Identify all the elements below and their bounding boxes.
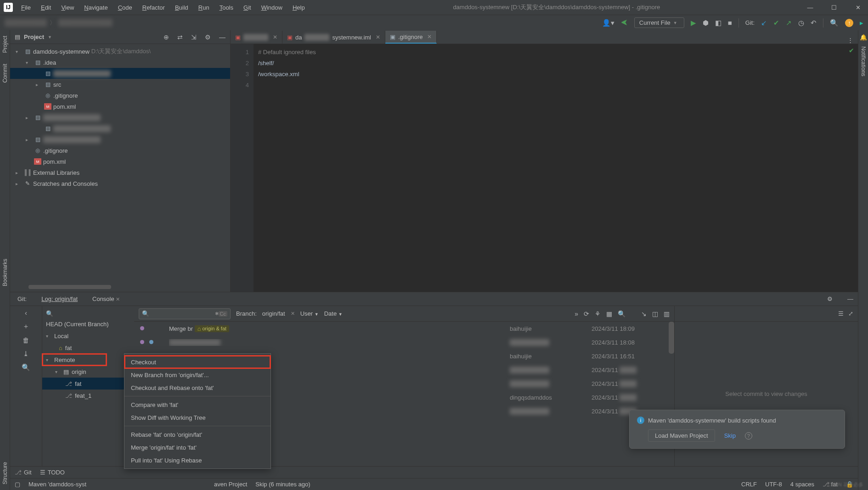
editor-tab[interactable]: ▣.gitignore✕ (385, 31, 437, 44)
expand-icon[interactable]: ◫ (652, 310, 658, 317)
debug-icon[interactable]: ⬢ (703, 19, 709, 27)
remote-branch-fat[interactable]: fat (75, 380, 81, 387)
notifications-toolwindow[interactable]: Notifications (859, 41, 868, 82)
group-icon[interactable]: ☰ (838, 310, 844, 317)
git-history-icon[interactable]: ◷ (798, 19, 804, 27)
more-icon[interactable]: » (575, 310, 578, 317)
menu-edit[interactable]: Edit (36, 2, 56, 13)
menu-help[interactable]: Help (288, 2, 310, 13)
ctx-rebase-fat-onto-origin-fat-[interactable]: Rebase 'fat' onto 'origin/fat' (124, 428, 271, 441)
tree-row[interactable]: ◎.gitignore (10, 90, 230, 101)
remote-branches[interactable]: Remote (54, 356, 75, 363)
project-pane-title[interactable]: Project (24, 33, 44, 40)
breadcrumb-item[interactable]: xxxxxxxxxxxx (58, 19, 113, 27)
fetch-icon[interactable]: ⤓ (23, 350, 29, 358)
line-ending[interactable]: CRLF (741, 481, 757, 488)
hide-icon[interactable]: — (219, 33, 225, 41)
menu-tools[interactable]: Tools (215, 2, 238, 13)
log-search[interactable]: 🔍✱ Cc (139, 308, 231, 319)
bell-icon[interactable]: 🔔 (860, 30, 867, 41)
build-icon[interactable]: ⮜ (621, 19, 628, 27)
menu-git[interactable]: Git (239, 2, 256, 13)
help-icon[interactable]: ? (745, 432, 752, 440)
date-filter[interactable]: Date ▼ (324, 310, 343, 317)
remote-branch-feat1[interactable]: feat_1 (75, 392, 91, 399)
menu-refactor[interactable]: Refactor (138, 2, 169, 13)
ctx-pull-into-fat-using-rebase[interactable]: Pull into 'fat' Using Rebase (124, 454, 271, 467)
delete-icon[interactable]: 🗑 (23, 336, 29, 344)
layout-icon[interactable]: ▥ (664, 310, 670, 317)
tree-row[interactable]: ▸✎Scratches and Consoles (10, 178, 230, 189)
grid-icon[interactable]: ▦ (606, 310, 612, 317)
refresh-icon[interactable]: ⟳ (584, 310, 589, 317)
back-icon[interactable]: ‹ (25, 309, 27, 317)
h-scrollbar[interactable] (28, 285, 111, 289)
ctx-checkout-and-rebase-onto-fat-[interactable]: Checkout and Rebase onto 'fat' (124, 381, 271, 394)
coverage-icon[interactable]: ◧ (715, 19, 721, 27)
tree-row[interactable]: Mpom.xml (10, 101, 230, 112)
run-icon[interactable]: ▶ (691, 19, 696, 27)
breadcrumb-item[interactable]: xxxxxxxx (5, 19, 47, 27)
tree-row[interactable]: ▾▤.idea (10, 57, 230, 68)
ctx-compare-with-fat-[interactable]: Compare with 'fat' (124, 398, 271, 411)
ctx-merge-origin-fat-into-fat-[interactable]: Merge 'origin/fat' into 'fat' (124, 441, 271, 454)
toolwindow-structure[interactable]: Structure (1, 457, 9, 490)
git-push-icon[interactable]: ↗ (786, 19, 792, 27)
search-icon[interactable]: 🔍 (830, 19, 839, 27)
expand-icon[interactable]: ⤢ (848, 310, 853, 317)
goto-icon[interactable]: ↘ (641, 310, 647, 317)
run-config-selector[interactable]: Current File▼ (634, 17, 684, 28)
branch-context-menu[interactable]: CheckoutNew Branch from 'origin/fat'...C… (124, 353, 271, 469)
tree-row[interactable]: ▸▤src (10, 79, 230, 90)
commit-row[interactable]: Merge br ⌂origin & fatbaihuijie2024/3/11… (134, 322, 674, 335)
search-icon[interactable]: 🔍 (22, 363, 30, 372)
tree-row[interactable]: ▤xxxxxxxxxx (10, 68, 230, 79)
tree-row[interactable]: ▸║║External Libraries (10, 167, 230, 178)
tree-row[interactable]: ▸▤xxxxxxxxxx (10, 112, 230, 123)
menu-view[interactable]: View (56, 2, 79, 13)
tree-row[interactable]: ◎.gitignore (10, 145, 230, 156)
settings-icon[interactable]: ⚙ (205, 33, 211, 41)
git-commit-icon[interactable]: ✔ (773, 19, 779, 27)
menu-navigate[interactable]: Navigate (79, 2, 112, 13)
close-tab-icon[interactable]: ✕ (427, 33, 432, 40)
ctx-checkout[interactable]: Checkout (124, 356, 271, 368)
head-branch[interactable]: HEAD (Current Branch) (46, 321, 109, 328)
status-message-3[interactable]: Skip (6 minutes ago) (255, 481, 310, 488)
ctx-show-diff-with-working-tree[interactable]: Show Diff with Working Tree (124, 411, 271, 424)
close-tab-icon[interactable]: ✕ (273, 34, 277, 40)
branches-tree[interactable]: 🔍 HEAD (Current Branch) ▾Local ⌂fat ▾Rem… (42, 306, 134, 466)
gear-icon[interactable]: ⚙ (827, 295, 833, 302)
menu-window[interactable]: Window (257, 2, 287, 13)
v-scrollbar[interactable] (669, 322, 674, 354)
editor-more-icon[interactable]: ⋮ (843, 37, 858, 44)
hide-icon[interactable]: — (847, 295, 853, 302)
editor-tab[interactable]: ▣xxxx✕ (231, 31, 282, 44)
toolwindow-project[interactable]: Project (1, 30, 9, 58)
close-tab-icon[interactable]: ✕ (376, 34, 380, 40)
branch-fat[interactable]: fat (65, 345, 72, 351)
encoding[interactable]: UTF-8 (765, 481, 782, 488)
indent[interactable]: 4 spaces (790, 481, 814, 488)
inspection-ok-icon[interactable]: ✔ (849, 47, 854, 54)
editor-tab[interactable]: ▣daxxxxsystemnew.iml✕ (282, 31, 385, 44)
tree-row[interactable]: ▸▤xxxxxxxxxx (10, 134, 230, 145)
close-button[interactable]: ✕ (851, 4, 864, 11)
toolwindow-commit[interactable]: Commit (1, 58, 9, 88)
branch-filter-value[interactable]: origin/fat (262, 310, 285, 317)
toolbox-icon[interactable]: ▸ (860, 19, 863, 27)
search-icon[interactable]: 🔍 (46, 310, 53, 317)
git-toolwindow-button[interactable]: ⎇Git (15, 469, 32, 476)
collapse-all-icon[interactable]: ⇲ (191, 33, 197, 41)
tool-windows-icon[interactable]: ▢ (15, 481, 20, 488)
commit-row[interactable]: xxxxxxxxxxxx2024/3/11 18:08 (134, 335, 674, 349)
load-maven-button[interactable]: Load Maven Project (648, 429, 715, 442)
cherry-pick-icon[interactable]: ⚘ (595, 310, 601, 317)
todo-toolwindow-button[interactable]: ☰TODO (40, 469, 65, 476)
project-tree[interactable]: ▾▤damddos-systemnew D:\天翼安全\damddos\▾▤.i… (10, 44, 230, 282)
git-rollback-icon[interactable]: ↶ (811, 19, 817, 27)
expand-all-icon[interactable]: ⇄ (177, 33, 183, 41)
git-console-tab[interactable]: Console ✕ (90, 294, 123, 304)
git-log-tab[interactable]: Log: origin/fat (39, 294, 80, 304)
tree-row[interactable]: ▤xxxxxxxxxx (10, 123, 230, 134)
